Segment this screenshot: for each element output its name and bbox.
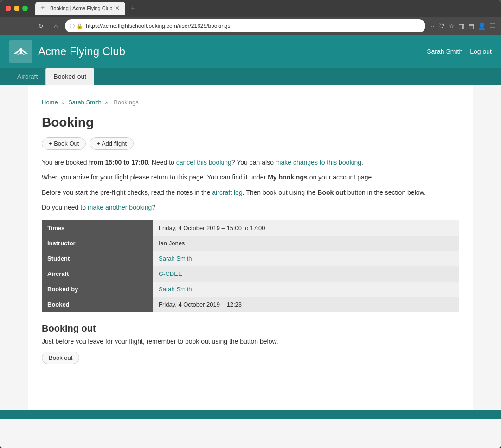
info-icon: ⓘ <box>70 23 75 30</box>
table-label-aircraft: Aircraft <box>42 266 153 282</box>
site-logo: Acme Flying Club <box>9 40 125 63</box>
book-out-button[interactable]: + Book Out <box>42 137 86 150</box>
svg-rect-0 <box>20 48 22 54</box>
bookmarks-menu-button[interactable]: ··· <box>429 22 435 30</box>
table-label-times: Times <box>42 220 153 236</box>
username-label: Sarah Smith <box>427 48 462 55</box>
booking-out-description: Just before you leave for your flight, r… <box>42 338 459 345</box>
header-user: Sarah Smith Log out <box>427 48 492 55</box>
star-icon[interactable]: ☆ <box>449 22 455 30</box>
reader-view-button[interactable]: ▤ <box>468 22 474 30</box>
address-security-icons: ⓘ 🔒 <box>70 23 83 30</box>
add-flight-button[interactable]: + Add flight <box>90 137 134 150</box>
close-button[interactable] <box>6 6 11 11</box>
booking-table: Times Friday, 4 October 2019 – 15:00 to … <box>42 220 459 312</box>
table-label-instructor: Instructor <box>42 236 153 251</box>
logo-icon <box>9 40 32 63</box>
tab-close-icon[interactable]: ✕ <box>115 5 120 12</box>
table-row: Aircraft G-CDEE <box>42 266 459 282</box>
browser-tab[interactable]: ✈ Booking | Acme Flying Club ✕ <box>35 2 125 15</box>
preflight-before: Before you start the pre-flight checks, … <box>42 189 212 196</box>
nav-tab-aircraft[interactable]: Aircraft <box>9 68 45 85</box>
make-changes-link[interactable]: make changes to this booking <box>276 159 361 166</box>
tab-bar: ✈ Booking | Acme Flying Club ✕ + <box>35 2 495 15</box>
logout-link[interactable]: Log out <box>470 48 492 55</box>
my-bookings-label: My bookings <box>268 173 308 181</box>
arrive-before: When you arrive for your flight please r… <box>42 173 268 181</box>
table-value-instructor: Ian Jones <box>153 236 459 251</box>
forward-button[interactable]: → <box>20 20 32 32</box>
table-row: Student Sarah Smith <box>42 251 459 266</box>
table-row: Booked Friday, 4 October 2019 – 12:23 <box>42 297 459 312</box>
tab-title: Booking | Acme Flying Club <box>50 6 112 11</box>
booking-out-title: Booking out <box>42 323 459 334</box>
table-value-booked: Friday, 4 October 2019 – 12:23 <box>153 297 459 312</box>
table-label-booked-by: Booked by <box>42 282 153 297</box>
browser-toolbar: ← → ↻ ⌂ ⓘ 🔒 https://acme.flightschoolboo… <box>0 17 501 35</box>
address-bar[interactable]: ⓘ 🔒 https://acme.flightschoolbooking.com… <box>65 19 425 32</box>
booked-middle: . Need to <box>148 159 176 166</box>
table-value-student: Sarah Smith <box>153 251 459 266</box>
action-buttons: + Book Out + Add flight <box>42 137 459 150</box>
breadcrumb: Home » Sarah Smith » Bookings <box>42 94 459 106</box>
table-value-booked-by: Sarah Smith <box>153 282 459 297</box>
page-content: Acme Flying Club Sarah Smith Log out Air… <box>0 35 501 448</box>
traffic-lights <box>6 6 28 11</box>
address-url: https://acme.flightschoolbooking.com/use… <box>86 23 421 29</box>
home-button[interactable]: ⌂ <box>50 20 61 32</box>
site-nav: Aircraft Booked out <box>0 68 501 85</box>
breadcrumb-sep-1: » <box>61 99 66 106</box>
preflight-middle: . Then book out using the <box>243 189 318 196</box>
another-booking-text: Do you need to make another booking? <box>42 202 459 212</box>
changes-end: . <box>361 159 363 166</box>
reading-list-button[interactable]: ▥ <box>458 22 464 30</box>
site-name: Acme Flying Club <box>38 45 125 58</box>
cancel-after: ? You can also <box>231 159 276 166</box>
new-tab-button[interactable]: + <box>127 3 138 14</box>
table-row: Times Friday, 4 October 2019 – 15:00 to … <box>42 220 459 236</box>
main-content: Home » Sarah Smith » Bookings Booking + … <box>28 85 473 410</box>
aircraft-link[interactable]: G-CDEE <box>159 270 182 277</box>
arrive-after: on your account page. <box>308 173 373 181</box>
table-value-times: Friday, 4 October 2019 – 15:00 to 17:00 <box>153 220 459 236</box>
breadcrumb-current: Bookings <box>114 99 138 106</box>
arrive-info-text: When you arrive for your flight please r… <box>42 172 459 182</box>
shield-icon[interactable]: 🛡 <box>438 22 445 30</box>
table-value-aircraft: G-CDEE <box>153 266 459 282</box>
menu-button[interactable]: ☰ <box>489 22 495 30</box>
student-link[interactable]: Sarah Smith <box>159 255 192 262</box>
preflight-info-text: Before you start the pre-flight checks, … <box>42 187 459 198</box>
profile-button[interactable]: 👤 <box>478 22 486 30</box>
booked-info-text: You are booked from 15:00 to 17:00. Need… <box>42 157 459 167</box>
preflight-end: button in the section below. <box>346 189 426 196</box>
table-label-booked: Booked <box>42 297 153 312</box>
page-title: Booking <box>42 115 459 130</box>
tab-favicon-icon: ✈ <box>41 5 47 12</box>
nav-tab-booked-out[interactable]: Booked out <box>45 68 94 85</box>
cancel-booking-link[interactable]: cancel this booking <box>176 159 231 166</box>
breadcrumb-user[interactable]: Sarah Smith <box>68 99 102 106</box>
booked-prefix: You are booked <box>42 159 89 166</box>
book-out-bold: Book out <box>317 189 346 196</box>
booked-by-link[interactable]: Sarah Smith <box>159 286 192 293</box>
breadcrumb-sep-2: » <box>105 99 110 106</box>
minimize-button[interactable] <box>14 6 19 11</box>
refresh-button[interactable]: ↻ <box>35 20 46 32</box>
maximize-button[interactable] <box>22 6 28 11</box>
back-button[interactable]: ← <box>6 20 17 32</box>
table-label-student: Student <box>42 251 153 266</box>
make-another-booking-link[interactable]: make another booking <box>88 204 152 211</box>
site-header: Acme Flying Club Sarah Smith Log out <box>0 35 501 68</box>
table-row: Instructor Ian Jones <box>42 236 459 251</box>
book-out-section-button[interactable]: Book out <box>42 352 79 364</box>
booked-time: from 15:00 to 17:00 <box>89 159 148 166</box>
lock-icon: 🔒 <box>77 23 83 29</box>
another-after: ? <box>152 204 155 211</box>
table-row: Booked by Sarah Smith <box>42 282 459 297</box>
site-footer <box>0 410 501 419</box>
aircraft-log-link[interactable]: aircraft log <box>212 189 242 196</box>
breadcrumb-home[interactable]: Home <box>42 99 58 106</box>
toolbar-right: ··· 🛡 ☆ ▥ ▤ 👤 ☰ <box>429 22 495 30</box>
another-before: Do you need to <box>42 204 88 211</box>
